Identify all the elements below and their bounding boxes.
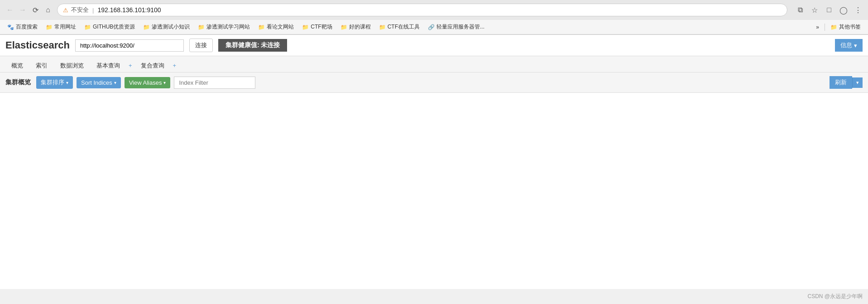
bookmarks-bar: 🐾 百度搜索 📁 常用网址 📁 GITHUB优质资源 📁 渗透测试小知识 📁 渗… (0, 20, 868, 34)
address-input[interactable] (97, 6, 782, 14)
bookmark-ctf[interactable]: 📁 CTF靶场 (298, 22, 336, 32)
bookmark-folder-icon-7: 📁 (340, 24, 347, 30)
app-header: Elasticsearch 连接 集群健康值: 未连接 信息 ▾ (0, 35, 868, 56)
tab-overview-label: 概览 (11, 62, 23, 69)
bookmark-courses-label: 好的课程 (349, 23, 371, 31)
app-title: Elasticsearch (5, 39, 70, 51)
compound-query-add-btn[interactable]: + (171, 60, 178, 71)
refresh-button[interactable]: 刷新 (830, 76, 852, 89)
bookmark-divider (825, 24, 825, 31)
bookmark-ctf-label: CTF靶场 (311, 23, 332, 31)
tab-compound-query-label: 复合查询 (141, 62, 164, 69)
tab-basic-query-label: 基本查询 (96, 62, 120, 69)
tab-data-browse[interactable]: 数据浏览 (54, 59, 90, 72)
view-aliases-dropdown-icon: ▾ (163, 80, 166, 85)
main-content (0, 93, 868, 274)
bookmark-folder-icon-4: 📁 (198, 24, 205, 30)
bookmark-ctf-tools[interactable]: 📁 CTF在线工具 (375, 22, 423, 32)
star-icon[interactable]: ☆ (809, 5, 820, 15)
info-dropdown-icon: ▾ (854, 42, 857, 49)
nav-tabs: 概览 索引 数据浏览 基本查询 + 复合查询 + (0, 56, 868, 72)
bookmark-folder-icon-5: 📁 (258, 24, 265, 30)
refresh-dropdown-button[interactable]: ▾ (852, 77, 863, 88)
bookmark-pentest-learn-label: 渗透测试学习网站 (206, 23, 250, 31)
home-button[interactable]: ⌂ (43, 5, 53, 15)
tab-compound-query[interactable]: 复合查询 (135, 59, 170, 72)
bookmark-baidu-icon: 🐾 (7, 24, 14, 30)
connect-button[interactable]: 连接 (189, 39, 213, 52)
bookmark-lightweight-server[interactable]: 🔗 轻量应用服务器管... (424, 22, 488, 32)
bookmark-ctf-tools-label: CTF在线工具 (388, 23, 420, 31)
bookmark-common-url[interactable]: 📁 常用网址 (42, 22, 80, 32)
refresh-dropdown-icon: ▾ (856, 80, 859, 85)
cluster-overview-label: 集群概览 (5, 78, 31, 87)
forward-button[interactable]: → (17, 5, 28, 15)
cluster-sort-dropdown-icon: ▾ (66, 80, 68, 85)
address-separator: | (92, 7, 94, 14)
bookmark-pentest-tips-label: 渗透测试小知识 (152, 23, 190, 31)
cluster-health-badge: 集群健康值: 未连接 (218, 39, 288, 52)
bookmark-other-label: 其他书签 (839, 23, 861, 31)
bookmark-courses[interactable]: 📁 好的课程 (337, 22, 374, 32)
share-icon[interactable]: ⧉ (795, 5, 806, 15)
sort-indices-dropdown-icon: ▾ (114, 80, 116, 85)
bookmark-folder-icon-1: 📁 (46, 24, 53, 30)
address-bar[interactable]: ⚠ 不安全 | (57, 4, 787, 16)
browser-chrome: ← → ⟳ ⌂ ⚠ 不安全 | ⧉ ☆ □ ◯ ⋮ 🐾 百度搜索 📁 常用网址 (0, 0, 868, 35)
bookmark-folder-icon-3: 📁 (143, 24, 150, 30)
cluster-sort-button[interactable]: 集群排序 ▾ (36, 76, 73, 89)
profile-icon[interactable]: ◯ (838, 5, 849, 15)
bookmark-folder-icon-2: 📁 (84, 24, 91, 30)
bookmark-github-label: GITHUB优质资源 (93, 23, 135, 31)
tab-basic-query[interactable]: 基本查询 (91, 59, 126, 72)
app-container: Elasticsearch 连接 集群健康值: 未连接 信息 ▾ 概览 索引 数… (0, 35, 868, 289)
security-warning-text: 不安全 (71, 6, 89, 14)
bookmark-other[interactable]: 📁 其他书签 (827, 22, 864, 32)
bookmark-folder-icon-6: 📁 (302, 24, 309, 30)
view-aliases-label: View Aliases (129, 79, 162, 86)
view-aliases-button[interactable]: View Aliases ▾ (125, 77, 171, 88)
sort-indices-button[interactable]: Sort Indices ▾ (77, 77, 121, 88)
bookmark-other-icon: 📁 (830, 24, 837, 30)
sort-indices-label: Sort Indices (81, 79, 112, 86)
sub-toolbar: 集群概览 集群排序 ▾ Sort Indices ▾ View Aliases … (0, 72, 868, 93)
bookmark-lightweight-server-label: 轻量应用服务器管... (436, 23, 484, 31)
bookmarks-more-btn[interactable]: » (812, 23, 823, 32)
refresh-btn-group: 刷新 ▾ (830, 76, 863, 89)
security-warning-icon: ⚠ (63, 7, 68, 14)
bookmark-pentest-learn[interactable]: 📁 渗透测试学习网站 (194, 22, 254, 32)
menu-icon[interactable]: ⋮ (853, 5, 863, 15)
browser-toolbar: ← → ⟳ ⌂ ⚠ 不安全 | ⧉ ☆ □ ◯ ⋮ (0, 0, 868, 20)
reload-button[interactable]: ⟳ (30, 5, 41, 15)
nav-buttons: ← → ⟳ ⌂ (5, 5, 53, 15)
info-button-label: 信息 (840, 41, 852, 49)
bookmark-pentest-tips[interactable]: 📁 渗透测试小知识 (139, 22, 193, 32)
tab-overview[interactable]: 概览 (5, 59, 29, 72)
back-button[interactable]: ← (5, 5, 15, 15)
bookmark-baidu[interactable]: 🐾 百度搜索 (4, 22, 41, 32)
basic-query-add-btn[interactable]: + (127, 60, 134, 71)
tab-index-label: 索引 (36, 62, 48, 69)
tab-data-browse-label: 数据浏览 (60, 62, 84, 69)
tab-index[interactable]: 索引 (30, 59, 53, 72)
bookmark-link-icon: 🔗 (428, 24, 435, 30)
info-button[interactable]: 信息 ▾ (835, 39, 863, 52)
bookmark-papers[interactable]: 📁 看论文网站 (254, 22, 297, 32)
bookmark-github[interactable]: 📁 GITHUB优质资源 (81, 22, 139, 32)
bookmark-folder-icon-8: 📁 (379, 24, 386, 30)
window-icon[interactable]: □ (824, 5, 834, 15)
bookmark-baidu-label: 百度搜索 (16, 23, 38, 31)
index-filter-input[interactable] (174, 77, 255, 89)
cluster-sort-label: 集群排序 (41, 78, 64, 87)
bookmark-common-url-label: 常用网址 (54, 23, 76, 31)
bookmark-papers-label: 看论文网站 (267, 23, 294, 31)
browser-action-icons: ⧉ ☆ □ ◯ ⋮ (795, 5, 863, 15)
server-url-input[interactable] (75, 39, 184, 52)
